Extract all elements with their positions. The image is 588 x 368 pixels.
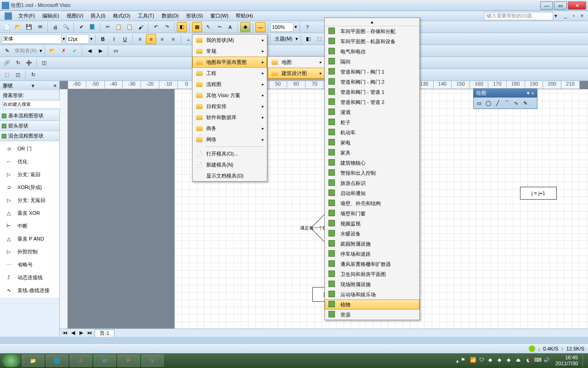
drawing-toolbox-dropdown[interactable]: ▾ bbox=[527, 90, 530, 96]
stencil-option-建筑物核心[interactable]: 建筑物核心 bbox=[325, 158, 419, 168]
menu-item-软件和数据库[interactable]: 软件和数据库▸ bbox=[192, 112, 267, 123]
drawing-toolbox-close[interactable]: × bbox=[531, 91, 534, 96]
help-dropdown[interactable]: ▾ bbox=[553, 13, 559, 19]
email-button[interactable]: ✉ bbox=[35, 22, 45, 32]
process-shape-3[interactable]: j = j+1 bbox=[520, 187, 557, 200]
theme-effects-button[interactable]: ⬚ bbox=[314, 34, 324, 44]
drawing-toolbox[interactable]: 绘图 ▾ × ▭ ◯ ╱ ⌒ ∿ ✎ bbox=[473, 88, 537, 109]
underline-button[interactable]: U bbox=[120, 34, 130, 44]
maximize-button[interactable]: ▭ bbox=[554, 1, 567, 10]
menu-item-新建模具(N)[interactable]: 📄新建模具(N) bbox=[192, 159, 267, 170]
stencil-option-车间平面图 - 机器和设备[interactable]: 车间平面图 - 机器和设备 bbox=[325, 36, 419, 46]
menu-工具(T)[interactable]: 工具(T) bbox=[134, 12, 158, 19]
last-page-button[interactable]: ⏭ bbox=[86, 330, 93, 336]
print-button[interactable]: 🖨 bbox=[50, 22, 60, 32]
italic-button[interactable]: I bbox=[109, 34, 119, 44]
stencil-基本流程图形状[interactable]: 基本流程图形状 bbox=[0, 111, 59, 121]
align-center-button[interactable]: ≡ bbox=[146, 34, 156, 44]
shape-优化[interactable]: ←优化 bbox=[0, 155, 59, 168]
tray-volume-icon[interactable]: 🔊 bbox=[543, 357, 551, 364]
tray-action-center-icon[interactable]: ⚑ bbox=[461, 357, 468, 364]
tray-update-icon[interactable]: ◆ bbox=[488, 357, 496, 364]
menu-形状(S)[interactable]: 形状(S) bbox=[182, 12, 207, 19]
menu-数据(D)[interactable]: 数据(D) bbox=[158, 12, 182, 19]
shape-分支: 返回[interactable]: ▷分支: 返回 bbox=[0, 168, 59, 181]
stencil-option-停车场和道路[interactable]: 停车场和道路 bbox=[325, 249, 419, 259]
taskbar-word[interactable]: W bbox=[94, 355, 116, 367]
shape-省略号[interactable]: ⋯省略号 bbox=[0, 258, 59, 271]
zoom-combo[interactable] bbox=[271, 23, 294, 32]
rectangle-tool[interactable]: ▭ bbox=[475, 99, 483, 107]
doc-restore[interactable]: ▫ bbox=[570, 13, 577, 19]
prev-comment-button[interactable]: ◀ bbox=[85, 46, 95, 56]
open-button[interactable]: 📂 bbox=[13, 22, 23, 32]
stencil-箭头形状[interactable]: 箭头形状 bbox=[0, 121, 59, 131]
pencil-tool[interactable]: ✎ bbox=[521, 99, 529, 107]
stencil-option-管道和阀门 - 管道 2[interactable]: 管道和阀门 - 管道 2 bbox=[325, 97, 419, 107]
theme-dropdown[interactable]: ▾ bbox=[295, 36, 298, 42]
menu-插入(I)[interactable]: 插入(I) bbox=[87, 12, 109, 19]
tray-qq-icon[interactable]: 🐧 bbox=[525, 357, 532, 364]
doc-close[interactable]: × bbox=[578, 13, 586, 19]
font-size-combo[interactable] bbox=[66, 34, 89, 44]
menu-视图(V)[interactable]: 视图(V) bbox=[63, 12, 87, 19]
tray-app1-icon[interactable]: ◆ bbox=[498, 357, 505, 364]
font-name-dropdown[interactable]: ▾ bbox=[62, 36, 65, 42]
shape-外部控制[interactable]: ▷外部控制 bbox=[0, 245, 59, 258]
minimize-button[interactable]: — bbox=[540, 1, 553, 10]
menu-窗口(W)[interactable]: 窗口(W) bbox=[207, 12, 232, 19]
line-tool[interactable]: ╱ bbox=[493, 99, 502, 107]
menu-item-打开模具(O)...[interactable]: 📄打开模具(O)... bbox=[192, 148, 267, 159]
menu-item-显示文档模具(D)[interactable]: 显示文档模具(D) bbox=[192, 170, 267, 181]
page-tab-1[interactable]: 页-1 bbox=[95, 329, 114, 337]
reject-button[interactable]: ✗ bbox=[58, 46, 68, 56]
stencil-option-卫生间和厨房平面图[interactable]: 卫生间和厨房平面图 bbox=[325, 269, 419, 279]
connector-tool-button[interactable]: ⤳ bbox=[214, 22, 224, 32]
stencil-option-柜子[interactable]: 柜子 bbox=[325, 117, 419, 127]
menu-item-日程安排[interactable]: 日程安排▸ bbox=[192, 101, 267, 112]
tray-network-icon[interactable]: 📶 bbox=[470, 357, 477, 364]
shapes-search-input[interactable] bbox=[3, 100, 62, 109]
submenu-建筑设计图[interactable]: 建筑设计图▸ bbox=[268, 68, 325, 79]
first-page-button[interactable]: ⏮ bbox=[62, 330, 68, 336]
taskbar-explorer[interactable]: 📁 bbox=[22, 355, 44, 367]
taskbar-powerpoint[interactable]: P bbox=[118, 355, 140, 367]
taskbar-ie[interactable]: 🌐 bbox=[46, 355, 68, 367]
stencil-option-电气和电信[interactable]: 电气和电信 bbox=[325, 46, 419, 57]
menu-item-我的形状(M)[interactable]: 我的形状(M)▸ bbox=[192, 34, 267, 46]
stencil-option-启动和通知[interactable]: 启动和通知 bbox=[325, 188, 419, 198]
undo-button[interactable]: ↶ bbox=[151, 22, 161, 32]
fill-color-button[interactable]: ◆ bbox=[240, 22, 250, 32]
stencil-option-水暖设备[interactable]: 水暖设备 bbox=[325, 229, 419, 239]
stencil-option-家具[interactable]: 家具 bbox=[325, 148, 419, 158]
menu-item-常规[interactable]: 常规▸ bbox=[192, 46, 267, 57]
next-comment-button[interactable]: ▶ bbox=[96, 46, 106, 56]
ellipse-tool[interactable]: ◯ bbox=[484, 99, 492, 107]
align-shapes-button[interactable]: ⬚ bbox=[2, 70, 12, 80]
stencils-button[interactable]: ▦ bbox=[192, 22, 202, 32]
copy-button[interactable]: 📋 bbox=[113, 22, 124, 32]
menu-item-工程[interactable]: 工程▸ bbox=[192, 68, 267, 79]
rotate-button[interactable]: ↻ bbox=[28, 70, 38, 80]
prev-page-button[interactable]: ◀ bbox=[70, 330, 76, 336]
format-painter-button[interactable]: 🖌 bbox=[136, 22, 146, 32]
menu-item-其他 Visio 方案[interactable]: 其他 Visio 方案▸ bbox=[192, 90, 267, 101]
text-tool-button[interactable]: A bbox=[225, 22, 235, 32]
stencil-option-资源[interactable]: 资源 bbox=[325, 310, 419, 320]
spelling-button[interactable]: ✔ bbox=[76, 22, 86, 32]
stencil-option-墙壁、外壳和结构[interactable]: 墙壁、外壳和结构 bbox=[325, 198, 419, 208]
show-markup-button[interactable]: 📂 bbox=[47, 46, 57, 56]
close-button[interactable]: ✕ bbox=[568, 1, 586, 10]
data-graphic-button[interactable]: ◫ bbox=[39, 58, 49, 68]
menu-item-网络[interactable]: 网络▸ bbox=[192, 134, 267, 145]
menu-编辑(E)[interactable]: 编辑(E) bbox=[39, 12, 63, 19]
align-right-button[interactable]: ≡ bbox=[157, 34, 167, 44]
tray-show-hidden[interactable]: ▴ bbox=[456, 358, 459, 364]
stencil-option-通风装置格栅和扩散器[interactable]: 通风装置格栅和扩散器 bbox=[325, 259, 419, 269]
shape-直线-曲线连接[interactable]: ∿直线-曲线连接 bbox=[0, 284, 59, 297]
cut-button[interactable]: ✂ bbox=[102, 22, 113, 32]
stencil-option-车间平面图 - 存储和分配[interactable]: 车间平面图 - 存储和分配 bbox=[325, 26, 419, 36]
help-search-input[interactable] bbox=[484, 12, 553, 20]
stencil-option-庭园附属设施[interactable]: 庭园附属设施 bbox=[325, 239, 419, 249]
freeform-tool[interactable]: ∿ bbox=[512, 99, 520, 107]
